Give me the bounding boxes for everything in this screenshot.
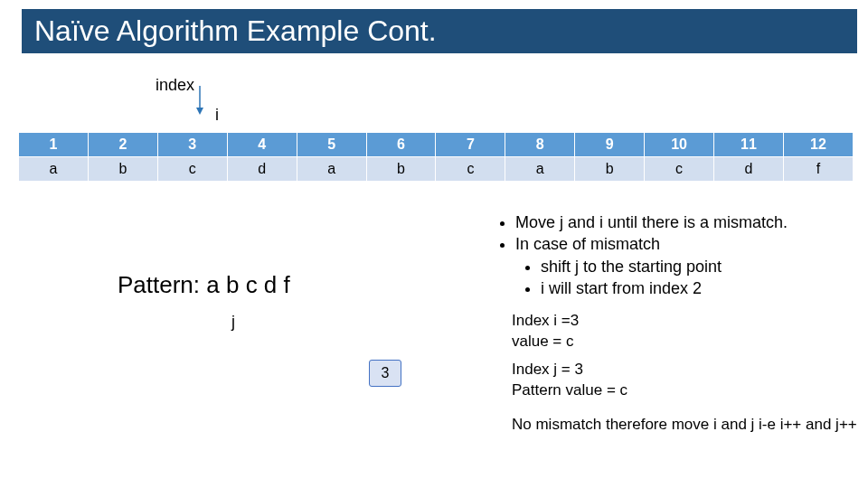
pattern-index-box: 3 [369,360,401,387]
bullet-item: Move j and i until there is a mismatch. [515,211,788,233]
table-header-row: 1 2 3 4 5 6 7 8 9 10 11 12 [19,133,854,157]
table-cell: c [436,157,505,182]
info-line: value = c [512,332,579,352]
slide-title-text: Naïve Algorithm Example Cont. [34,14,437,47]
col-header: 9 [575,133,645,157]
table-cell: c [645,157,714,182]
svg-marker-1 [196,108,203,115]
index-arrow-icon [193,84,206,117]
col-header: 5 [297,133,366,157]
table-cell: d [714,157,784,182]
conclusion-text: No mismatch therefore move i and j i-e i… [512,416,857,434]
table-cell: a [19,157,89,182]
text-index-table: 1 2 3 4 5 6 7 8 9 10 11 12 a b c d a b c… [18,132,854,182]
table-cell: b [575,157,645,182]
j-label: j [231,313,235,332]
col-header: 6 [366,133,436,157]
i-label: i [215,106,219,125]
index-i-info: Index i =3 value = c [512,311,579,352]
table-cell: d [227,157,297,182]
col-header: 12 [783,133,853,157]
pattern-label: Pattern: a b c d f [118,271,290,299]
col-header: 3 [157,133,227,157]
info-line: Index j = 3 [512,360,627,380]
bullet-item: In case of mismatch shift j to the start… [515,233,788,299]
table-cell: b [366,157,436,182]
col-header: 4 [227,133,297,157]
table-cell: a [505,157,575,182]
table-cell: a [297,157,366,182]
table-cell: f [783,157,853,182]
bullet-text: In case of mismatch [515,235,660,253]
index-label: index [156,76,194,95]
algorithm-notes: Move j and i until there is a mismatch. … [494,211,788,299]
col-header: 1 [19,133,89,157]
col-header: 2 [88,133,157,157]
sub-bullet-item: shift j to the starting point [541,256,788,277]
table-cell: b [88,157,157,182]
info-line: Pattern value = c [512,380,627,401]
col-header: 8 [505,133,575,157]
table-data-row: a b c d a b c a b c d f [19,157,854,182]
table-cell: c [157,157,227,182]
col-header: 7 [436,133,505,157]
info-line: Index i =3 [512,311,579,332]
sub-bullet-item: i will start from index 2 [541,277,788,299]
col-header: 11 [714,133,784,157]
index-j-info: Index j = 3 Pattern value = c [512,360,627,401]
col-header: 10 [645,133,714,157]
slide-title: Naïve Algorithm Example Cont. [22,9,857,53]
